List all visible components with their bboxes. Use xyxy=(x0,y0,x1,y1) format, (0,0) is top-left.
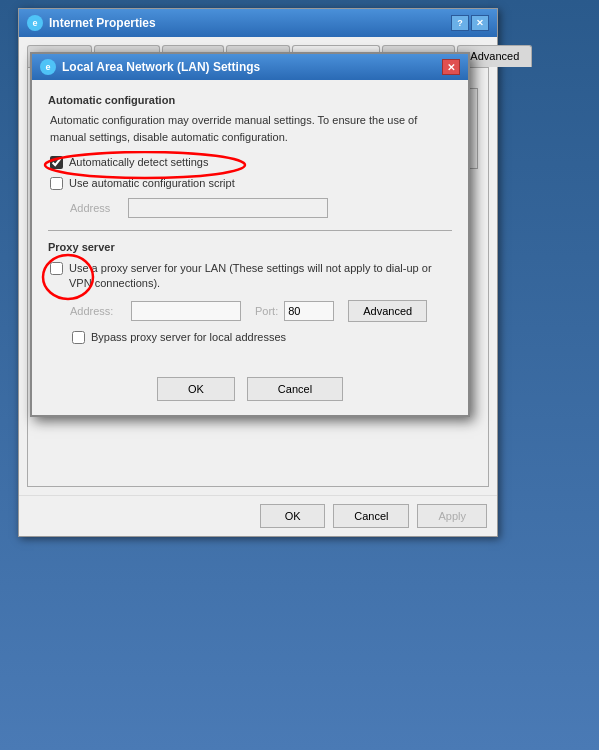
address-label: Address xyxy=(70,202,120,214)
inner-close-button[interactable]: ✕ xyxy=(442,59,460,75)
inner-dialog-content: Automatic configuration Automatic config… xyxy=(32,80,468,367)
outer-cancel-button[interactable]: Cancel xyxy=(333,504,409,528)
auto-detect-row: Automatically detect settings xyxy=(48,155,452,170)
inner-dialog-buttons: OK Cancel xyxy=(32,367,468,415)
port-input[interactable] xyxy=(284,301,334,321)
outer-apply-button[interactable]: Apply xyxy=(417,504,487,528)
advanced-button[interactable]: Advanced xyxy=(348,300,427,322)
auto-detect-label: Automatically detect settings xyxy=(69,155,208,170)
use-proxy-row: Use a proxy server for your LAN (These s… xyxy=(48,261,452,292)
bypass-label: Bypass proxy server for local addresses xyxy=(91,330,286,345)
use-proxy-row-wrapper: Use a proxy server for your LAN (These s… xyxy=(48,261,452,292)
auto-config-desc: Automatic configuration may override man… xyxy=(48,112,452,145)
proxy-address-row: Address: Port: Advanced xyxy=(48,300,452,322)
outer-ok-button[interactable]: OK xyxy=(260,504,325,528)
ie-icon: e xyxy=(27,15,43,31)
outer-titlebar-left: e Internet Properties xyxy=(27,15,156,31)
address-input[interactable] xyxy=(128,198,328,218)
proxy-section-title: Proxy server xyxy=(48,241,452,253)
bypass-checkbox[interactable] xyxy=(72,331,85,344)
outer-close-button[interactable]: ✕ xyxy=(471,15,489,31)
auto-config-title: Automatic configuration xyxy=(48,94,452,106)
bypass-row: Bypass proxy server for local addresses xyxy=(48,330,452,345)
auto-detect-row-wrapper: Automatically detect settings xyxy=(48,155,452,176)
outer-dialog-titlebar: e Internet Properties ? ✕ xyxy=(19,9,497,37)
outer-help-button[interactable]: ? xyxy=(451,15,469,31)
inner-dialog-title: Local Area Network (LAN) Settings xyxy=(62,60,260,74)
auto-detect-checkbox[interactable] xyxy=(50,156,63,169)
inner-cancel-button[interactable]: Cancel xyxy=(247,377,343,401)
bypass-checkbox-row: Bypass proxy server for local addresses xyxy=(70,330,452,345)
use-script-label: Use automatic configuration script xyxy=(69,176,235,191)
outer-titlebar-controls: ? ✕ xyxy=(451,15,489,31)
use-proxy-label: Use a proxy server for your LAN (These s… xyxy=(69,261,452,292)
inner-dialog: e Local Area Network (LAN) Settings ✕ Au… xyxy=(30,52,470,417)
proxy-address-label: Address: xyxy=(70,305,125,317)
use-script-checkbox[interactable] xyxy=(50,177,63,190)
use-script-row: Use automatic configuration script xyxy=(48,176,452,191)
port-label: Port: xyxy=(255,305,278,317)
outer-dialog-title: Internet Properties xyxy=(49,16,156,30)
outer-dialog-buttons: OK Cancel Apply xyxy=(19,495,497,536)
proxy-address-input[interactable] xyxy=(131,301,241,321)
inner-ok-button[interactable]: OK xyxy=(157,377,235,401)
divider xyxy=(48,230,452,231)
address-row: Address xyxy=(48,198,452,218)
inner-titlebar-left: e Local Area Network (LAN) Settings xyxy=(40,59,260,75)
use-proxy-checkbox[interactable] xyxy=(50,262,63,275)
inner-ie-icon: e xyxy=(40,59,56,75)
inner-dialog-titlebar: e Local Area Network (LAN) Settings ✕ xyxy=(32,54,468,80)
